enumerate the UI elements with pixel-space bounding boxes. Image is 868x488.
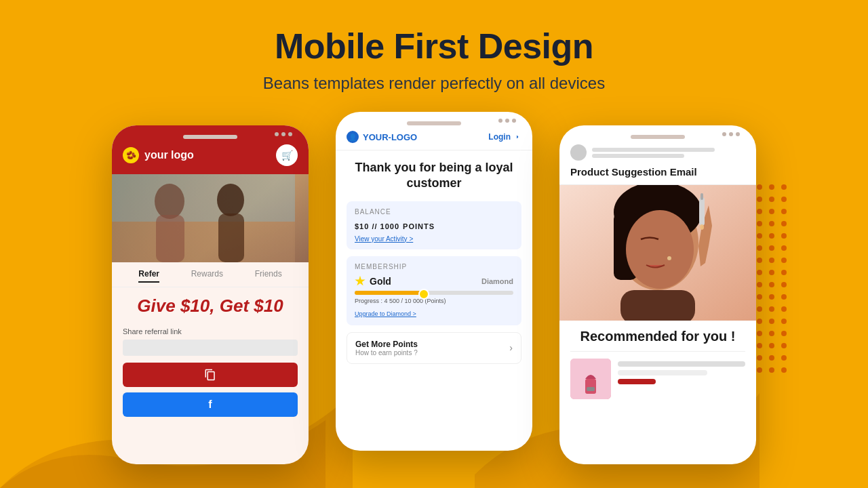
product-hero-image [559,185,756,321]
email-header-bar [570,144,745,161]
svg-point-7 [217,184,244,216]
phone-notch-1 [275,132,292,136]
gold-badge: Gold [355,276,391,287]
referral-link-input[interactable] [123,340,298,356]
cart-button[interactable]: 🛒 [276,144,298,166]
balance-card: BALANCE $10 // 1000 POINTS View your Act… [347,201,521,249]
product-line-1 [618,361,745,367]
get-points-title: Get More Points [355,340,418,349]
balance-label: BALANCE [355,208,513,216]
thank-you-heading: Thank you for being a loyal customer [347,160,521,192]
product-suggestion-title: Product Suggestion Email [570,166,745,178]
phone3-body: Recommended for you ! [559,321,756,407]
phone2-body: Thank you for being a loyal customer BAL… [336,150,532,371]
phone-referral: 🫘 your logo 🛒 Refer [112,125,309,464]
phone-loyalty: 👤 YOUR-LOGO Login Thank you for being a … [336,112,532,451]
page-title: Mobile First Design [0,27,868,66]
recommended-heading: Recommended for you ! [570,329,745,344]
svg-rect-21 [585,379,596,394]
page-header: Mobile First Design Beans templates rend… [0,0,868,93]
avatar [570,144,587,161]
product-line-2 [618,370,707,375]
logo-icon: 🫘 [123,147,139,163]
svg-rect-16 [701,193,703,200]
header-lines [592,148,745,158]
svg-rect-3 [112,174,295,222]
product-price-line [618,379,656,384]
star-icon [355,276,366,287]
diamond-badge: Diamond [481,277,513,285]
phones-container: 🫘 your logo 🛒 Refer [0,125,868,464]
view-activity-link[interactable]: View your Activity > [355,235,513,243]
svg-rect-6 [156,215,184,262]
page-subtitle: Beans templates render perfectly on all … [0,74,868,93]
svg-rect-18 [620,290,695,321]
tab-rewards[interactable]: Rewards [191,269,223,283]
balance-value: $10 // 1000 POINTS [355,218,513,232]
divider [570,351,745,352]
get-points-subtitle: How to earn points ? [355,349,418,357]
membership-card: MEMBERSHIP Gold Diamond Progress : 4 500… [347,256,521,325]
share-label: Share referral link [123,327,298,336]
svg-rect-22 [587,387,595,391]
svg-point-14 [626,210,694,289]
tab-refer[interactable]: Refer [138,269,159,283]
svg-point-19 [667,256,671,260]
hero-image [112,174,309,262]
tab-bar: Refer Rewards Friends [112,262,309,287]
login-link[interactable]: Login [488,132,521,142]
phone-notch-2 [498,119,516,123]
tab-friends[interactable]: Friends [255,269,282,283]
header-line-1 [592,148,715,152]
progress-bar [355,291,513,295]
logo-text-2: YOUR-LOGO [363,132,417,142]
membership-row: Gold Diamond [355,276,513,287]
logo-text: your logo [144,149,194,161]
brand-logo: 🫘 your logo [123,147,194,163]
phone-notch-3 [722,132,740,136]
brand-logo-2: 👤 YOUR-LOGO [347,131,417,143]
give-get-heading: Give $10, Get $10 [123,296,298,317]
svg-rect-8 [218,214,244,262]
progress-bar-fill [355,291,426,295]
user-icon: 👤 [347,131,359,143]
svg-rect-15 [699,197,705,226]
product-thumbnail [570,359,611,399]
phone2-header: 👤 YOUR-LOGO Login [336,112,532,150]
header-line-2 [592,154,684,158]
svg-point-5 [155,184,184,219]
get-points-info: Get More Points How to earn points ? [355,340,418,357]
copy-button[interactable] [123,363,298,387]
facebook-share-button[interactable]: f [123,392,298,417]
phone-product-suggestion: Product Suggestion Email [559,125,756,464]
product-info-lines [618,359,745,399]
progress-text: Progress : 4 500 / 10 000 (Points) [355,298,513,304]
upgrade-link[interactable]: Upgrade to Diamond > [355,310,416,317]
chevron-right-icon: › [509,342,513,353]
svg-rect-4 [112,222,295,262]
product-preview [570,359,745,399]
svg-point-17 [700,224,704,230]
get-points-card[interactable]: Get More Points How to earn points ? › [347,332,521,364]
phone1-body: Give $10, Get $10 Share referral link f [112,287,309,425]
fb-icon: f [208,399,212,411]
membership-label: MEMBERSHIP [355,263,513,270]
